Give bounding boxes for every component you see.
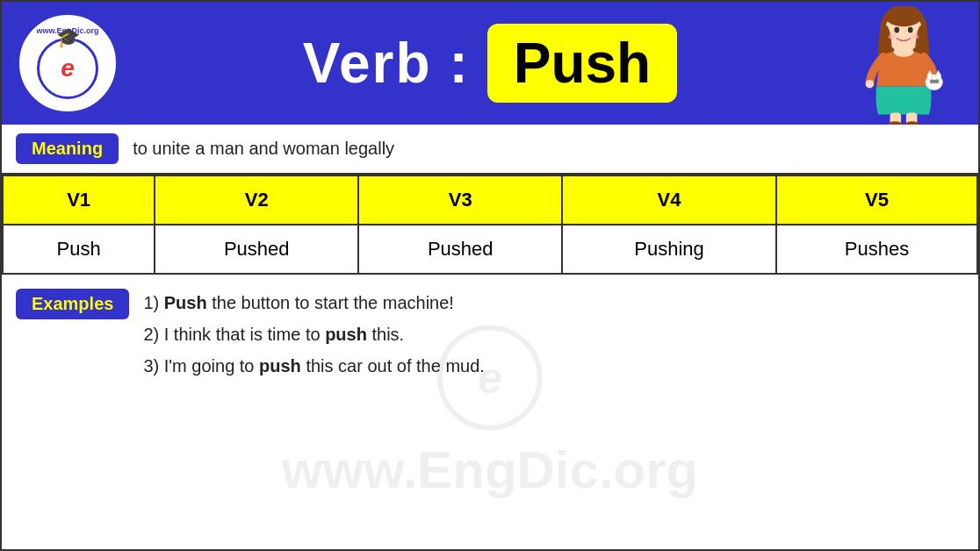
header-title: Verb :: [303, 31, 470, 96]
table-cell-v4: Pushing: [562, 225, 776, 274]
svg-point-21: [866, 80, 875, 89]
svg-point-5: [894, 27, 899, 33]
table-cell-v5: Pushes: [776, 225, 977, 274]
examples-row: e www.EngDic.org Examples 1) Push the bu…: [2, 275, 978, 549]
examples-badge: Examples: [16, 289, 129, 319]
girl-svg: [851, 6, 956, 125]
table-header-v5: V5: [776, 175, 977, 225]
logo: www.EngDic.org 🎓 e: [19, 15, 116, 111]
verb-word: Push: [514, 32, 651, 95]
table-cell-v1: Push: [3, 225, 155, 274]
example1-bold: Push: [164, 293, 207, 312]
svg-point-9: [893, 47, 913, 57]
svg-point-2: [885, 6, 922, 26]
meaning-badge: Meaning: [16, 133, 119, 164]
svg-point-6: [908, 27, 913, 33]
svg-point-8: [911, 34, 919, 39]
graduation-hat-icon: 🎓: [56, 26, 80, 49]
logo-circle: 🎓 e: [37, 38, 98, 99]
example2-rest: this.: [367, 325, 404, 344]
example3-rest: this car out of the mud.: [301, 356, 485, 376]
example-line-2: 2) I think that is time to push this.: [143, 318, 484, 350]
svg-point-16: [934, 79, 940, 83]
table-header-v1: V1: [3, 175, 155, 225]
example3-bold: push: [259, 356, 301, 376]
table-header-v4: V4: [562, 175, 776, 225]
logo-e-letter: e: [61, 54, 75, 82]
table-row: Push Pushed Pushed Pushing Pushes: [3, 225, 977, 274]
examples-content: 1) Push the button to start the machine!…: [143, 287, 484, 382]
main-container: www.EngDic.org 🎓 e Verb : Push: [0, 0, 980, 551]
example2-prefix: 2) I think that is time to: [143, 325, 325, 344]
example1-prefix: 1): [143, 293, 163, 312]
example-line-1: 1) Push the button to start the machine!: [143, 287, 484, 318]
character-illustration: [847, 2, 961, 125]
table-header-row: V1 V2 V3 V4 V5: [3, 175, 977, 225]
svg-point-7: [889, 34, 897, 39]
example3-prefix: 3) I'm going to: [143, 356, 259, 376]
table-cell-v2: Pushed: [155, 225, 358, 274]
example2-bold: push: [325, 325, 367, 344]
verb-box: Push: [487, 24, 677, 103]
example-line-3: 3) I'm going to push this car out of the…: [143, 350, 484, 382]
example1-rest: the button to start the machine!: [207, 293, 454, 312]
verb-table: V1 V2 V3 V4 V5 Push Pushed Pushed Pushin…: [2, 175, 978, 275]
table-header-v3: V3: [358, 175, 562, 225]
table-cell-v3: Pushed: [358, 225, 562, 274]
table-header-v2: V2: [155, 175, 358, 225]
header: www.EngDic.org 🎓 e Verb : Push: [2, 2, 978, 125]
meaning-text: to unite a man and woman legally: [133, 139, 394, 159]
meaning-row: Meaning to unite a man and woman legally: [2, 125, 978, 175]
